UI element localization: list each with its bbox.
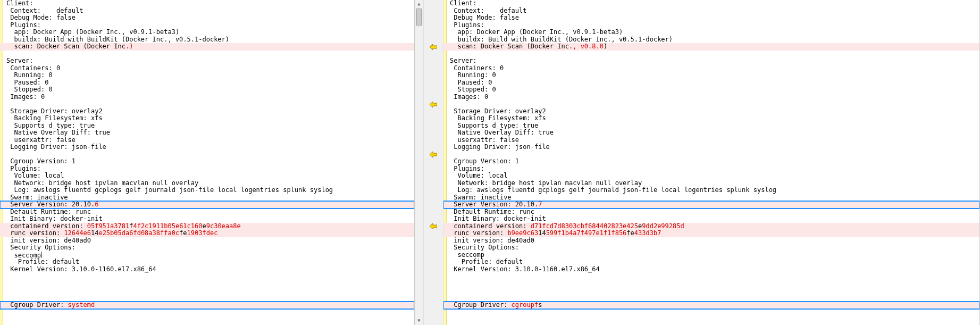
- right-line[interactable]: Paused: 0: [443, 79, 979, 87]
- left-line[interactable]: scan: Docker Scan (Docker Inc.): [0, 43, 414, 51]
- right-line[interactable]: Stopped: 0: [443, 86, 979, 94]
- left-line[interactable]: Client:: [0, 0, 414, 7]
- right-line[interactable]: [443, 51, 979, 58]
- left-line[interactable]: Backing Filesystem: xfs: [0, 115, 414, 122]
- left-line[interactable]: Supports d_type: true: [0, 122, 414, 130]
- diff-changed-text: 1903fdec: [187, 229, 218, 237]
- right-line[interactable]: Plugins:: [443, 165, 979, 173]
- left-line[interactable]: Logging Driver: json-file: [0, 144, 414, 151]
- right-line[interactable]: Debug Mode: false: [443, 14, 979, 22]
- right-line[interactable]: Cgroup Driver: cgroupfs: [443, 302, 979, 309]
- left-line[interactable]: Cgroup Version: 1: [0, 158, 414, 165]
- right-line[interactable]: Supports d_type: true: [443, 122, 979, 130]
- left-text-area[interactable]: Client: Context: default Debug Mode: fal…: [0, 0, 414, 273]
- left-line[interactable]: Init Binary: docker-init: [0, 215, 414, 223]
- left-line[interactable]: Native Overlay Diff: true: [0, 129, 414, 137]
- right-line[interactable]: Server:: [443, 57, 979, 65]
- left-line[interactable]: buildx: Build with BuildKit (Docker Inc.…: [0, 36, 414, 44]
- right-line[interactable]: Swarm: inactive: [443, 194, 979, 202]
- right-line[interactable]: Volume: local: [443, 172, 979, 180]
- right-line[interactable]: Images: 0: [443, 94, 979, 101]
- left-line[interactable]: Cgroup Driver: systemd: [0, 302, 414, 309]
- right-line[interactable]: Running: 0: [443, 72, 979, 79]
- left-line[interactable]: Security Options:: [0, 244, 414, 252]
- left-line[interactable]: Paused: 0: [0, 79, 414, 87]
- right-line[interactable]: Containers: 0: [443, 65, 979, 72]
- copy-left-arrow-icon[interactable]: [430, 223, 437, 230]
- left-line[interactable]: Volume: local: [0, 172, 414, 180]
- right-line[interactable]: Native Overlay Diff: true: [443, 129, 979, 137]
- right-line[interactable]: Profile: default: [443, 259, 979, 266]
- left-line[interactable]: Log: awslogs fluentd gcplogs gelf journa…: [0, 187, 414, 194]
- left-line[interactable]: Plugins:: [0, 22, 414, 29]
- right-line[interactable]: Client:: [443, 0, 979, 7]
- copy-left-arrow-icon[interactable]: [430, 152, 437, 158]
- right-line[interactable]: userxattr: false: [443, 137, 979, 144]
- left-line[interactable]: Storage Driver: overlay2: [0, 108, 414, 115]
- vertical-scrollbar[interactable]: ▲ ▼: [415, 0, 423, 325]
- copy-left-arrow-icon[interactable]: [430, 44, 437, 50]
- left-line[interactable]: Images: 0: [0, 94, 414, 101]
- merge-gutter: [423, 0, 443, 325]
- right-line[interactable]: Kernel Version: 3.10.0-1160.el7.x86_64: [443, 266, 979, 273]
- left-line[interactable]: Profile: default: [0, 259, 414, 266]
- left-line[interactable]: Network: bridge host ipvlan macvlan null…: [0, 180, 414, 187]
- right-line[interactable]: containerd version: d71fcd7d8303cbf68440…: [443, 223, 979, 230]
- left-line[interactable]: Containers: 0: [0, 65, 414, 72]
- right-line[interactable]: Log: awslogs fluentd gcplogs gelf journa…: [443, 187, 979, 194]
- left-line[interactable]: containerd version: 05f951a3781f4f2c1911…: [0, 223, 414, 230]
- right-line[interactable]: Server Version: 20.10.7: [443, 201, 979, 209]
- diff-changed-text: .): [125, 43, 133, 50]
- left-line[interactable]: Plugins:: [0, 165, 414, 173]
- right-line[interactable]: Backing Filesystem: xfs: [443, 115, 979, 122]
- diff-changed-text: 6: [95, 201, 98, 208]
- right-line[interactable]: Network: bridge host ipvlan macvlan null…: [443, 180, 979, 187]
- diff-changed-text: cgroupf: [512, 301, 539, 309]
- right-line[interactable]: Init Binary: docker-init: [443, 215, 979, 223]
- right-line[interactable]: Security Options:: [443, 244, 979, 252]
- right-text-area[interactable]: Client: Context: default Debug Mode: fal…: [443, 0, 979, 273]
- left-line[interactable]: seccomp: [0, 252, 414, 259]
- diff-changed-text: b9ee9c63: [507, 229, 538, 237]
- left-line[interactable]: Swarm: inactive: [0, 194, 414, 202]
- left-line[interactable]: runc version: 12644e614e25b05da6fd08a38f…: [0, 230, 414, 237]
- left-line[interactable]: Running: 0: [0, 72, 414, 79]
- left-line[interactable]: Default Runtime: runc: [0, 209, 414, 216]
- right-line[interactable]: Plugins:: [443, 22, 979, 29]
- right-line[interactable]: runc version: b9ee9c6314599f1b4a7f497e1f…: [443, 230, 979, 237]
- left-line[interactable]: init version: de40ad0: [0, 237, 414, 245]
- diff-changed-text: d71f: [531, 222, 546, 230]
- right-line[interactable]: Logging Driver: json-file: [443, 144, 979, 151]
- left-line[interactable]: userxattr: false: [0, 137, 414, 144]
- right-line[interactable]: Cgroup Version: 1: [443, 158, 979, 165]
- diff-changed-text: 4f2c1911b05e61c160: [133, 222, 202, 230]
- diff-changed-text: 599f1b4a7f497e1f1f856: [546, 229, 627, 237]
- right-line[interactable]: seccomp: [443, 252, 979, 259]
- scroll-up-arrow-icon[interactable]: ▲: [415, 0, 423, 9]
- left-pane[interactable]: Client: Context: default Debug Mode: fal…: [0, 0, 415, 325]
- scroll-down-arrow-icon[interactable]: ▼: [415, 316, 423, 325]
- left-line[interactable]: Server Version: 20.10.6: [0, 201, 414, 209]
- left-line[interactable]: Kernel Version: 3.10.0-1160.el7.x86_64: [0, 266, 414, 273]
- right-line[interactable]: Default Runtime: runc: [443, 209, 979, 216]
- right-line[interactable]: Context: default: [443, 7, 979, 15]
- left-line[interactable]: Debug Mode: false: [0, 14, 414, 22]
- right-line[interactable]: Storage Driver: overlay2: [443, 108, 979, 115]
- diff-changed-text: 9dd2e99285d: [642, 222, 684, 230]
- left-line[interactable]: Context: default: [0, 7, 414, 15]
- diff-changed-text: 12644e6: [64, 229, 91, 237]
- right-line[interactable]: init version: de40ad0: [443, 237, 979, 245]
- right-line[interactable]: app: Docker App (Docker Inc., v0.9.1-bet…: [443, 29, 979, 36]
- left-line[interactable]: Server:: [0, 57, 414, 65]
- left-line[interactable]: [0, 51, 414, 58]
- right-line[interactable]: buildx: Build with BuildKit (Docker Inc.…: [443, 36, 979, 44]
- left-line[interactable]: app: Docker App (Docker Inc., v0.9.1-bet…: [0, 29, 414, 36]
- left-line[interactable]: Stopped: 0: [0, 86, 414, 94]
- right-line[interactable]: scan: Docker Scan (Docker Inc., v0.8.0): [443, 43, 979, 51]
- diff-view-container: Client: Context: default Debug Mode: fal…: [0, 0, 980, 325]
- diff-changed-text: e25b05da6fd08a38ffa0c: [98, 229, 179, 237]
- scrollbar-thumb[interactable]: [416, 9, 422, 26]
- right-pane[interactable]: Client: Context: default Debug Mode: fal…: [443, 0, 980, 325]
- diff-changed-text: cd7d8303cbf684402823e425: [546, 222, 638, 230]
- copy-left-arrow-icon[interactable]: [430, 101, 437, 107]
